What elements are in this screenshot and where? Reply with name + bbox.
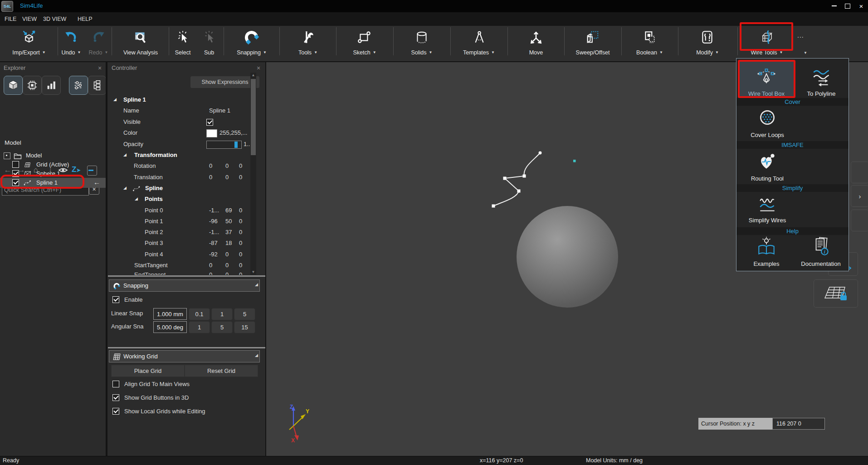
property-row-opacity[interactable]: Opacity 1.. — [108, 141, 265, 150]
menu-item-examples[interactable]: Examples — [739, 235, 794, 267]
property-row-spline1[interactable]: ◢ Spline 1 — [108, 96, 265, 106]
toolbar-sub-select[interactable]: Sub — [196, 26, 222, 60]
side-tool-button[interactable]: › — [851, 185, 868, 207]
property-row-transformation[interactable]: ◢ Transformation — [108, 152, 265, 161]
property-row-point1[interactable]: Point 1 -96 50 0 — [108, 218, 265, 227]
tree-row-grid[interactable]: Grid (Active) — [0, 160, 106, 169]
grid-lock-button[interactable] — [814, 279, 858, 308]
toolbar-view-analysis[interactable]: View Analysis — [112, 26, 169, 60]
angular-preset-5[interactable]: 5 — [211, 321, 233, 333]
property-row-visible[interactable]: Visible — [108, 118, 265, 128]
expand-triangle-icon[interactable]: ◢ — [135, 196, 138, 201]
opacity-slider[interactable] — [206, 141, 242, 149]
property-row-starttangent[interactable]: StartTangent 0 0 0 — [108, 262, 265, 271]
property-row-spline-group[interactable]: ◢ Spline — [108, 185, 265, 194]
magnet-icon — [224, 26, 279, 48]
property-row-rotation[interactable]: Rotation 0 0 0 — [108, 162, 265, 172]
controller-close-icon[interactable]: × — [254, 64, 263, 72]
explorer-hierarchy-button[interactable] — [88, 76, 106, 95]
menu-help[interactable]: HELP — [78, 12, 93, 26]
toolbar-overflow-caret-icon[interactable]: ▼ — [804, 51, 807, 55]
close-button[interactable]: × — [854, 0, 868, 12]
explorer-tab-model[interactable] — [4, 76, 23, 95]
opacity-slider-handle[interactable] — [234, 142, 238, 148]
expand-toggle-icon[interactable] — [4, 152, 10, 159]
menu-view[interactable]: VIEW — [22, 12, 37, 26]
horizontal-splitter[interactable] — [108, 275, 265, 277]
toolbar-sweep-offset[interactable]: Sweep/Offset — [565, 26, 621, 60]
explorer-tab-analysis[interactable] — [42, 76, 61, 95]
linear-snap-input[interactable] — [153, 308, 187, 320]
menu-item-simplify-wires[interactable]: Simplify Wires — [739, 191, 795, 224]
visible-checkbox[interactable] — [206, 119, 213, 126]
toolbar-select[interactable]: Select — [170, 26, 196, 60]
toolbar-overflow-button[interactable]: ... — [797, 32, 804, 39]
expand-triangle-icon[interactable]: ◢ — [113, 97, 117, 102]
side-tool-button[interactable] — [851, 210, 868, 231]
menu-item-documentation[interactable]: i Documentation — [795, 235, 846, 267]
property-row-name[interactable]: Name Spline 1 — [108, 107, 265, 117]
place-grid-button[interactable]: Place Grid — [111, 365, 185, 377]
property-row-endtangent[interactable]: EndTangent 0 0 0 — [108, 271, 265, 275]
show-grid-buttons-checkbox[interactable] — [112, 394, 119, 401]
property-row-point4[interactable]: Point 4 -92 0 0 — [108, 251, 265, 260]
tree-row-model[interactable]: Model — [0, 151, 106, 160]
property-row-point0[interactable]: Point 0 -1... 69 0 — [108, 207, 265, 216]
menu-3d-view[interactable]: 3D VIEW — [43, 12, 66, 26]
snapping-section-header[interactable]: Snapping ◢ — [109, 279, 260, 292]
toolbar-undo[interactable]: Undo▼ — [57, 26, 85, 60]
menu-file[interactable]: FILE — [5, 12, 16, 26]
toolbar-tools[interactable]: Tools▼ — [280, 26, 336, 60]
menu-item-cover-loops[interactable]: Cover Loops — [739, 104, 795, 138]
toolbar-solids[interactable]: Solids▼ — [394, 26, 450, 60]
snapping-enable-checkbox[interactable] — [112, 296, 119, 303]
working-grid-section-header[interactable]: Working Grid ◢ — [109, 350, 260, 362]
scroll-down-icon[interactable]: ▼ — [250, 269, 256, 275]
property-row-point2[interactable]: Point 2 -1... 37 0 — [108, 229, 265, 238]
maximize-button[interactable] — [841, 0, 854, 12]
spline-object[interactable] — [476, 145, 594, 218]
expand-triangle-icon[interactable]: ◢ — [123, 186, 127, 190]
linear-preset-5[interactable]: 5 — [234, 308, 255, 320]
explorer-tab-simulation[interactable] — [23, 76, 42, 95]
toolbar-templates[interactable]: Templates▼ — [451, 26, 507, 60]
menu-item-routing-tool[interactable]: Routing Tool — [739, 147, 795, 182]
property-row-point3[interactable]: Point 3 -87 18 0 — [108, 240, 265, 249]
toolbar-boolean[interactable]: Boolean▼ — [622, 26, 678, 60]
property-row-translation[interactable]: Translation 0 0 0 — [108, 174, 265, 183]
toolbar-imp-export[interactable]: Imp/Export▼ — [2, 26, 56, 60]
grid-visibility-checkbox[interactable] — [12, 161, 19, 168]
angular-snap-input[interactable] — [153, 321, 187, 333]
angular-preset-1[interactable]: 1 — [189, 321, 210, 333]
toolbar-snapping[interactable]: Snapping▼ — [224, 26, 279, 60]
horizontal-splitter[interactable] — [108, 347, 265, 348]
linear-preset-1[interactable]: 1 — [211, 308, 233, 320]
linear-preset-0.1[interactable]: 0.1 — [189, 308, 210, 320]
dropdown-caret-icon: ▼ — [491, 50, 495, 54]
scroll-up-icon[interactable]: ▲ — [250, 73, 256, 78]
expand-triangle-icon[interactable]: ◢ — [123, 152, 127, 157]
maximize-icon — [845, 4, 850, 9]
angular-preset-15[interactable]: 15 — [234, 321, 255, 333]
spline-curve-icon — [132, 186, 141, 192]
explorer-filter-button[interactable] — [69, 76, 88, 95]
show-local-grids-checkbox[interactable] — [112, 408, 119, 415]
toolbar-modify[interactable]: Modify▼ — [678, 26, 736, 60]
property-scrollbar[interactable]: ▲ ▼ — [250, 73, 256, 275]
scrollbar-thumb[interactable] — [251, 79, 256, 155]
toolbar-redo[interactable]: Redo▼ — [85, 26, 112, 60]
align-grid-checkbox[interactable] — [112, 381, 119, 387]
color-swatch[interactable] — [206, 129, 217, 137]
property-row-color[interactable]: Color 255,255,... — [108, 129, 265, 139]
cursor-position-label: Cursor Position: x y z — [698, 418, 772, 430]
side-tool-button[interactable] — [851, 162, 868, 183]
scroll-to-item-arrow-icon[interactable]: ← — [93, 178, 100, 186]
menu-item-to-polyline[interactable]: To Polyline — [796, 62, 846, 97]
sphere-object[interactable] — [517, 206, 618, 308]
toolbar-sketch[interactable]: Sketch▼ — [336, 26, 393, 60]
property-row-points-group[interactable]: ◢ Points — [108, 196, 265, 205]
minimize-button[interactable] — [827, 0, 841, 12]
toolbar-move[interactable]: Move — [508, 26, 564, 60]
explorer-close-icon[interactable]: × — [96, 64, 104, 72]
reset-grid-button[interactable]: Reset Grid — [185, 365, 258, 377]
